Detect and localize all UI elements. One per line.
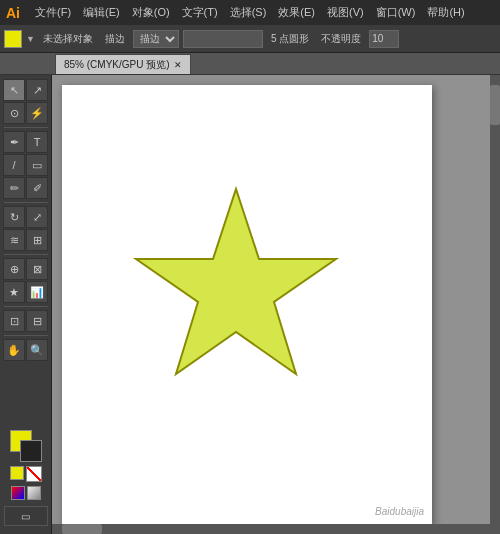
menu-window[interactable]: 窗口(W): [373, 3, 419, 22]
watermark: Baidubaijia: [375, 506, 424, 517]
stroke-select[interactable]: 描边: [133, 30, 179, 48]
tool-row-11: ✋ 🔍: [3, 339, 48, 361]
point-label: 5 点圆形: [267, 30, 313, 48]
artboard: Baidubaijia: [62, 85, 432, 525]
direct-select-tool[interactable]: ↗: [26, 79, 48, 101]
default-colors-icon[interactable]: [10, 466, 24, 480]
none-swatch[interactable]: [26, 466, 42, 482]
object-label: 未选择对象: [39, 30, 97, 48]
app-logo: Ai: [6, 5, 20, 21]
rotate-tool[interactable]: ↻: [3, 206, 25, 228]
menu-object[interactable]: 对象(O): [129, 3, 173, 22]
menu-text[interactable]: 文字(T): [179, 3, 221, 22]
fill-color-box[interactable]: [4, 30, 22, 48]
shape-builder-tool[interactable]: ⊕: [3, 258, 25, 280]
perspective-tool[interactable]: ⊠: [26, 258, 48, 280]
menu-effect[interactable]: 效果(E): [275, 3, 318, 22]
artboard-tool[interactable]: ⊡: [3, 310, 25, 332]
menu-bar[interactable]: 文件(F) 编辑(E) 对象(O) 文字(T) 选择(S) 效果(E) 视图(V…: [32, 3, 468, 22]
title-bar: Ai 文件(F) 编辑(E) 对象(O) 文字(T) 选择(S) 效果(E) 视…: [0, 0, 500, 25]
tool-row-8: ⊕ ⊠: [3, 258, 48, 280]
graph-tool[interactable]: 📊: [26, 281, 48, 303]
tab-document[interactable]: 85% (CMYK/GPU 预览) ✕: [55, 54, 191, 74]
warp-tool[interactable]: ≋: [3, 229, 25, 251]
tab-bar: 85% (CMYK/GPU 预览) ✕: [0, 53, 500, 75]
tool-row-9: ★ 📊: [3, 281, 48, 303]
tab-close-button[interactable]: ✕: [174, 60, 182, 70]
star-polygon[interactable]: [136, 189, 336, 374]
tool-row-4: / ▭: [3, 154, 48, 176]
tool-row-5: ✏ ✐: [3, 177, 48, 199]
menu-select[interactable]: 选择(S): [227, 3, 270, 22]
stroke-input[interactable]: [183, 30, 263, 48]
star-shape[interactable]: [126, 184, 346, 404]
opacity-input[interactable]: [369, 30, 399, 48]
symbol-tool[interactable]: ★: [3, 281, 25, 303]
select-tool[interactable]: ↖: [3, 79, 25, 101]
color-swatches: ▭: [4, 430, 48, 530]
screen-mode-button[interactable]: ▭: [4, 506, 48, 526]
rect-tool[interactable]: ▭: [26, 154, 48, 176]
stroke-swatch[interactable]: [20, 440, 42, 462]
free-transform-tool[interactable]: ⊞: [26, 229, 48, 251]
tool-row-7: ≋ ⊞: [3, 229, 48, 251]
gradient-icon[interactable]: [27, 486, 41, 500]
lasso-tool[interactable]: ⊙: [3, 102, 25, 124]
options-toolbar: ▼ 未选择对象 描边 描边 5 点圆形 不透明度: [0, 25, 500, 53]
tab-label: 85% (CMYK/GPU 预览): [64, 58, 170, 72]
pen-tool[interactable]: ✒: [3, 131, 25, 153]
vertical-scrollbar[interactable]: [490, 75, 500, 534]
magic-wand-tool[interactable]: ⚡: [26, 102, 48, 124]
horizontal-scrollbar[interactable]: [52, 524, 490, 534]
scale-tool[interactable]: ⤢: [26, 206, 48, 228]
main-area: ↖ ↗ ⊙ ⚡ ✒ T / ▭ ✏ ✐ ↻ ⤢ ≋ ⊞ ⊕: [0, 75, 500, 534]
tool-separator-5: [4, 335, 48, 336]
fill-arrow: ▼: [26, 34, 35, 44]
screen-mode-icon: ▭: [21, 511, 30, 522]
opacity-label: 不透明度: [317, 30, 365, 48]
tool-separator-1: [4, 127, 48, 128]
vertical-scroll-thumb[interactable]: [490, 85, 500, 125]
stroke-label: 描边: [101, 30, 129, 48]
paintbrush-tool[interactable]: ✏: [3, 177, 25, 199]
menu-file[interactable]: 文件(F): [32, 3, 74, 22]
tool-row-6: ↻ ⤢: [3, 206, 48, 228]
fill-stroke-swatches[interactable]: [10, 430, 42, 462]
tool-row-3: ✒ T: [3, 131, 48, 153]
menu-edit[interactable]: 编辑(E): [80, 3, 123, 22]
hand-tool[interactable]: ✋: [3, 339, 25, 361]
tool-row-2: ⊙ ⚡: [3, 102, 48, 124]
menu-help[interactable]: 帮助(H): [424, 3, 467, 22]
horizontal-scroll-thumb[interactable]: [62, 524, 102, 534]
tool-separator-3: [4, 254, 48, 255]
tool-row-10: ⊡ ⊟: [3, 310, 48, 332]
slice-tool[interactable]: ⊟: [26, 310, 48, 332]
tool-separator-4: [4, 306, 48, 307]
tool-row-1: ↖ ↗: [3, 79, 48, 101]
menu-view[interactable]: 视图(V): [324, 3, 367, 22]
type-tool[interactable]: T: [26, 131, 48, 153]
canvas-area: Baidubaijia: [52, 75, 500, 534]
line-tool[interactable]: /: [3, 154, 25, 176]
left-toolbar: ↖ ↗ ⊙ ⚡ ✒ T / ▭ ✏ ✐ ↻ ⤢ ≋ ⊞ ⊕: [0, 75, 52, 534]
color-mode-icon[interactable]: [11, 486, 25, 500]
tool-separator-2: [4, 202, 48, 203]
zoom-tool[interactable]: 🔍: [26, 339, 48, 361]
pencil-tool[interactable]: ✐: [26, 177, 48, 199]
